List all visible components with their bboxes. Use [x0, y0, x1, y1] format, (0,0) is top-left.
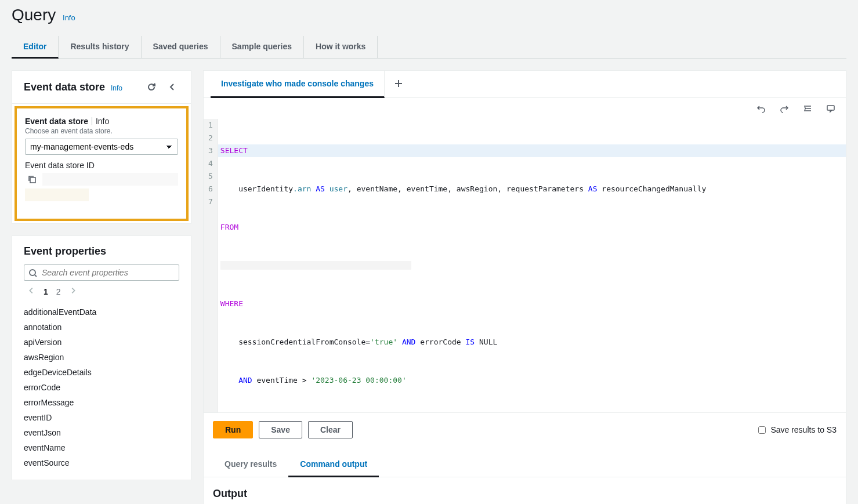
- query-tab-investigate[interactable]: Investigate who made console changes: [211, 71, 385, 98]
- eds-select[interactable]: my-management-events-eds: [25, 139, 178, 155]
- tab-results-history[interactable]: Results history: [59, 36, 141, 58]
- save-s3-input[interactable]: [758, 426, 766, 434]
- copy-icon[interactable]: [25, 172, 39, 186]
- eds-id-label: Event data store ID: [25, 161, 178, 170]
- main-tabs: Editor Results history Saved queries Sam…: [12, 36, 846, 59]
- format-icon[interactable]: [801, 101, 814, 115]
- svg-rect-0: [30, 177, 35, 183]
- list-item[interactable]: apiVersion: [24, 335, 179, 350]
- tab-command-output[interactable]: Command output: [288, 452, 379, 477]
- tab-sample-queries[interactable]: Sample queries: [220, 36, 305, 58]
- search-icon: [28, 269, 38, 278]
- tab-saved-queries[interactable]: Saved queries: [142, 36, 220, 58]
- list-item[interactable]: eventName: [24, 440, 179, 455]
- pager-prev[interactable]: [27, 287, 35, 296]
- list-item[interactable]: eventJson: [24, 425, 179, 440]
- eds-panel-title: Event data store: [24, 81, 105, 93]
- list-item[interactable]: edgeDeviceDetails: [24, 365, 179, 380]
- clear-button[interactable]: Clear: [308, 421, 353, 438]
- add-query-tab[interactable]: [385, 79, 412, 90]
- run-button[interactable]: Run: [213, 421, 253, 438]
- eds-redacted-value: [25, 188, 89, 201]
- list-item[interactable]: eventSource: [24, 455, 179, 470]
- svg-point-1: [30, 270, 35, 275]
- pager-next[interactable]: [69, 287, 77, 296]
- pager-page-2[interactable]: 2: [56, 287, 61, 296]
- event-data-store-panel: Event data store Info Event data: [12, 70, 191, 224]
- event-properties-panel: Event properties 1 2 additionalEventData…: [12, 235, 191, 480]
- eds-sublabel: Choose an event data store.: [25, 127, 178, 135]
- redo-icon[interactable]: [777, 101, 791, 115]
- props-title: Event properties: [24, 245, 179, 258]
- tab-how-it-works[interactable]: How it works: [304, 36, 378, 58]
- search-input[interactable]: [24, 264, 179, 281]
- tab-editor[interactable]: Editor: [12, 36, 59, 59]
- eds-box-info[interactable]: Info: [96, 117, 109, 126]
- save-to-s3-checkbox[interactable]: Save results to S3: [758, 425, 837, 434]
- collapse-icon[interactable]: [165, 80, 179, 94]
- list-item[interactable]: annotation: [24, 320, 179, 335]
- save-button[interactable]: Save: [259, 421, 302, 438]
- list-item[interactable]: additionalEventData: [24, 304, 179, 320]
- plus-icon: [394, 79, 403, 88]
- output-title: Output: [213, 488, 837, 500]
- eds-info-link[interactable]: Info: [111, 84, 122, 92]
- eds-label: Event data store: [25, 117, 88, 126]
- undo-icon[interactable]: [754, 101, 768, 115]
- page-title: Query Info: [12, 0, 846, 36]
- property-list: additionalEventData annotation apiVersio…: [24, 304, 179, 470]
- list-item[interactable]: eventID: [24, 410, 179, 425]
- eds-id-value: [42, 173, 178, 186]
- pager-page-1[interactable]: 1: [44, 287, 48, 296]
- eds-highlight-box: Event data store Info Choose an event da…: [15, 106, 189, 221]
- svg-rect-2: [827, 106, 834, 110]
- tab-query-results[interactable]: Query results: [213, 452, 288, 477]
- refresh-icon[interactable]: [144, 80, 158, 94]
- info-link[interactable]: Info: [63, 13, 75, 22]
- list-item[interactable]: errorMessage: [24, 395, 179, 410]
- code-editor[interactable]: 1 2 3 4 5 6 7 SELECT userIdentity.arn AS…: [204, 119, 846, 412]
- list-item[interactable]: errorCode: [24, 380, 179, 395]
- comment-icon[interactable]: [824, 101, 838, 115]
- list-item[interactable]: awsRegion: [24, 350, 179, 365]
